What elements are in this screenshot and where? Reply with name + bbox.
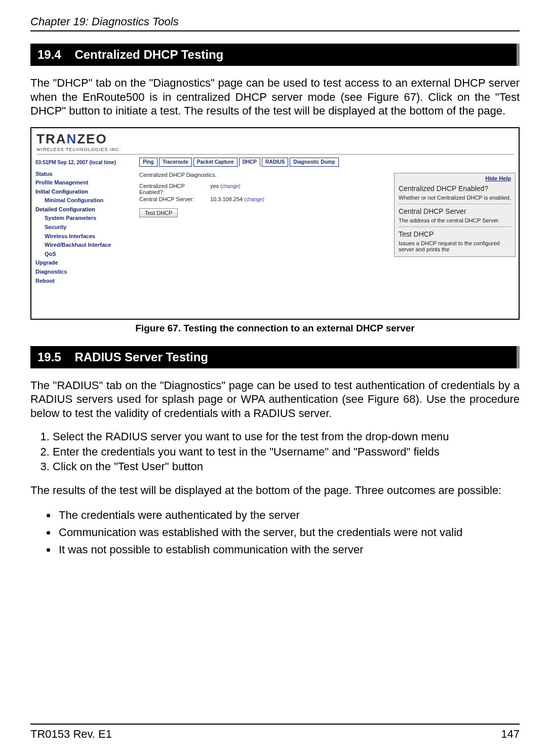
kv-value: yes (change): [210, 183, 241, 195]
sidebar-item[interactable]: Detailed Configuration: [35, 205, 133, 214]
logo-pre: TRA: [36, 131, 66, 146]
list-item: The credentials were authenticated by th…: [57, 507, 520, 524]
value-text: 10.3.108.254: [210, 196, 243, 202]
kv-value: 10.3.108.254 (change): [210, 196, 264, 202]
tab-dhcp[interactable]: DHCP: [239, 158, 260, 167]
kv-label: Centralized DHCP Enabled?:: [139, 183, 210, 195]
sidebar-item[interactable]: Initial Configuration: [35, 187, 133, 197]
sidebar-item[interactable]: Wired/Backhaul Interface: [35, 241, 133, 250]
tab-radius[interactable]: RADIUS: [262, 158, 288, 167]
sidebar-item[interactable]: QoS: [35, 250, 133, 259]
help-text: Whether or not Centralized DHCP is enabl…: [399, 195, 511, 201]
logo-area: TRANZEO WIRELESS TECHNOLOGIES INC.: [31, 128, 519, 156]
section-19-5-paragraph-2: The results of the test will be displaye…: [30, 483, 520, 498]
sidebar-item[interactable]: Security: [35, 223, 133, 232]
procedure-list: Select the RADIUS server you want to use…: [53, 429, 520, 474]
value-text: yes: [210, 183, 219, 189]
page-footer: TR0153 Rev. E1 147: [30, 708, 520, 741]
header-rule: [30, 30, 520, 31]
logo: TRANZEO: [36, 131, 107, 146]
section-title: RADIUS Server Testing: [74, 350, 208, 364]
section-number: 19.4: [37, 48, 61, 61]
list-item: Click on the "Test User" button: [53, 459, 520, 474]
main-content: Ping Traceroute Packet Capture DHCP RADI…: [135, 156, 519, 316]
help-heading: Central DHCP Server: [399, 207, 511, 215]
tab-ping[interactable]: Ping: [139, 158, 158, 167]
footer-left: TR0153 Rev. E1: [30, 728, 112, 741]
sidebar: 03:51PM Sep 12, 2007 (local time) Status…: [31, 156, 135, 316]
list-item: Select the RADIUS server you want to use…: [53, 429, 520, 444]
help-heading: Centralized DHCP Enabled?: [399, 184, 511, 193]
change-link[interactable]: (change): [244, 197, 264, 202]
tab-bar: Ping Traceroute Packet Capture DHCP RADI…: [139, 158, 515, 167]
section-number: 19.5: [37, 350, 61, 364]
footer-rule: [30, 724, 520, 725]
logo-subtitle: WIRELESS TECHNOLOGIES INC.: [36, 147, 514, 152]
tab-packet-capture[interactable]: Packet Capture: [193, 158, 238, 167]
sidebar-item[interactable]: Upgrade: [35, 258, 133, 268]
chapter-title: Chapter 19: Diagnostics Tools: [30, 15, 520, 28]
list-item: It was not possible to establish communi…: [57, 541, 520, 558]
test-dhcp-button[interactable]: Test DHCP: [139, 208, 178, 217]
sidebar-item[interactable]: Reboot: [35, 277, 133, 286]
hide-help-link[interactable]: Hide Help: [399, 175, 511, 181]
help-panel: Hide Help Centralized DHCP Enabled? Whet…: [394, 173, 516, 257]
list-item: Enter the credentials you want to test i…: [53, 444, 520, 460]
section-heading-19-5: 19.5 RADIUS Server Testing: [30, 346, 520, 368]
sidebar-item[interactable]: Minimal Configuration: [35, 196, 133, 205]
logo-post: ZEO: [77, 131, 107, 146]
section-title: Centralized DHCP Testing: [74, 48, 223, 61]
outcomes-list: The credentials were authenticated by th…: [53, 507, 520, 558]
timestamp: 03:51PM Sep 12, 2007 (local time): [35, 159, 133, 167]
kv-label: Central DHCP Server:: [139, 196, 210, 202]
sidebar-item[interactable]: Wireless Interfaces: [35, 232, 133, 241]
help-text: The address of the central DHCP Server.: [399, 217, 511, 223]
sidebar-item[interactable]: Status: [35, 170, 133, 179]
logo-mid: N: [66, 131, 77, 146]
help-heading: Test DHCP: [399, 230, 511, 238]
section-heading-19-4: 19.4 Centralized DHCP Testing: [30, 44, 520, 66]
section-19-4-paragraph: The "DHCP" tab on the "Diagnostics" page…: [30, 76, 520, 118]
page-number: 147: [501, 728, 520, 741]
logo-divider: [36, 154, 514, 155]
section-19-5-paragraph-1: The "RADIUS" tab on the "Diagnostics" pa…: [30, 379, 520, 421]
figure-67-screenshot: TRANZEO WIRELESS TECHNOLOGIES INC. 03:51…: [30, 127, 520, 320]
help-text: Issues a DHCP request to the configured …: [399, 240, 511, 252]
list-item: Communication was established with the s…: [57, 524, 520, 541]
help-divider: [399, 226, 511, 227]
figure-caption: Figure 67. Testing the connection to an …: [30, 323, 520, 334]
change-link[interactable]: (change): [220, 183, 240, 189]
sidebar-item[interactable]: Diagnostics: [35, 268, 133, 277]
tab-diagnostic-dump[interactable]: Diagnostic Dump: [290, 158, 338, 167]
sidebar-item[interactable]: Profile Management: [35, 178, 133, 187]
help-divider: [399, 204, 511, 204]
sidebar-item[interactable]: System Parameters: [35, 214, 133, 223]
tab-traceroute[interactable]: Traceroute: [159, 158, 192, 167]
